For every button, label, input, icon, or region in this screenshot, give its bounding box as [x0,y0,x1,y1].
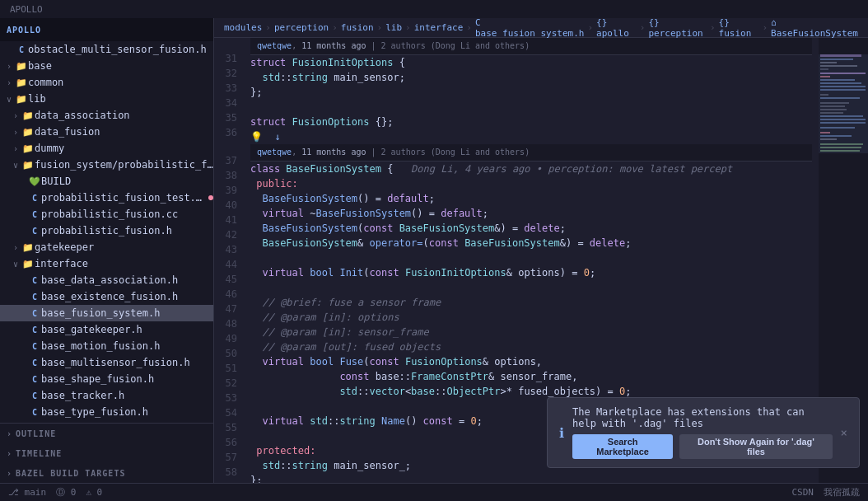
code-line: }; [250,85,812,100]
sidebar-item-obstacle_multi_sensor_fusion[interactable]: Cobstacle_multi_sensor_fusion.h [0,41,213,58]
tree-item-icon: C [28,407,41,418]
sidebar-item-base_type_fusion[interactable]: Cbase_type_fusion.h [0,404,213,420]
breadcrumb-part[interactable]: interface [414,22,464,33]
error-count[interactable]: Ⓓ 0 [56,486,76,499]
close-icon[interactable]: × [841,426,847,439]
modified-dot [208,195,213,200]
breadcrumb-part[interactable]: {} apollo [596,18,637,39]
tree-arrow-icon: ∨ [3,95,15,104]
sidebar-item-probabilistic_fusion_h[interactable]: Cprobabilistic_fusion.h [0,222,213,239]
git-branch[interactable]: ⎇ main [8,487,46,498]
tree-item-label: interface [35,258,213,269]
sidebar-item-data_association[interactable]: ›📁data_association [0,107,213,124]
sidebar-item-fusion_system[interactable]: ∨📁fusion_system/probabilistic_fu... [0,157,213,173]
tree-arrow-icon: › [10,144,21,153]
sidebar-item-base_fusion_system[interactable]: Cbase_fusion_system.h [0,305,213,321]
tree-item-icon: C [28,193,41,204]
tree-item-icon: C [28,391,41,401]
line-number: 36 [221,125,237,140]
tree-item-icon: 📁 [15,61,28,72]
line-number: 58 [221,465,237,480]
breadcrumb-separator: › [710,22,716,33]
sidebar-item-base_existence_fusion[interactable]: Cbase_existence_fusion.h [0,288,213,305]
tree-item-label: base_gatekeeper.h [41,324,213,335]
code-line: public: [250,176,812,191]
status-bar: ⎇ main Ⓓ 0 ⚠ 0 CSDN 我宿孤疏 [0,483,868,501]
sidebar-bottom: › OUTLINE › TIMELINE › BAZEL BUILD TARGE… [0,423,213,483]
breadcrumb-part[interactable]: perception [274,22,329,33]
line-number: 53 [221,391,237,405]
sidebar-item-base_multisensor_fusion[interactable]: Cbase_multisensor_fusion.h [0,354,213,371]
breadcrumb-part[interactable]: {} fusion [719,18,759,39]
tree-item-icon: C [28,308,41,319]
sidebar-item-probabilistic_fusion_test[interactable]: Cprobabilistic_fusion_test.cc [0,190,213,206]
tree-item-label: base_multisensor_fusion.h [41,357,213,368]
breadcrumb-separator: › [265,22,271,33]
tree-item-icon: C [28,341,41,352]
code-line: struct FusionOptions {}; [250,115,812,129]
breadcrumb-part[interactable]: ⌂ BaseFusionSystem [771,18,858,39]
search-marketplace-button[interactable]: Search Marketplace [572,434,673,459]
sidebar-item-base[interactable]: ›📁base [0,58,213,74]
tree-item-icon: 📁 [15,77,28,88]
tree-item-icon: 📁 [21,110,35,121]
code-line: struct FusionInitOptions { [250,55,812,70]
sidebar-item-BUILD[interactable]: 💚BUILD [0,173,213,190]
tree-item-label: dummy [35,143,213,154]
sidebar-section-timeline[interactable]: › TIMELINE [0,443,213,463]
tree-item-icon: C [28,292,41,302]
sidebar-title: APOLLO [7,26,41,35]
tree-item-label: data_fusion [35,126,213,138]
sidebar-section-bazel[interactable]: › BAZEL BUILD TARGETS [0,463,213,483]
tree-item-label: common [28,77,213,88]
code-line: 💡 ↓ [250,129,812,144]
code-line: }; [250,473,812,483]
line-number: 48 [221,316,237,331]
tree-arrow-icon: ∨ [10,260,21,269]
sidebar-item-base_tracker[interactable]: Cbase_tracker.h [0,387,213,404]
breadcrumb: modules › perception › fusion › lib › in… [214,18,868,38]
tree-item-label: base_type_fusion.h [41,406,213,418]
code-line: virtual bool Init(const FusionInitOption… [250,265,812,280]
sidebar-item-gatekeeper[interactable]: ›📁gatekeeper [0,239,213,255]
notification: ℹ The Marketplace has extensions that ca… [547,397,860,468]
sidebar-tree[interactable]: Cobstacle_multi_sensor_fusion.h›📁base›📁c… [0,41,213,423]
sidebar-item-dummy[interactable]: ›📁dummy [0,140,213,157]
tree-item-label: fusion_system/probabilistic_fu... [35,159,213,171]
bazel-label: BAZEL BUILD TARGETS [16,469,125,478]
sidebar-item-interface[interactable]: ∨📁interface [0,255,213,272]
line-number: 42 [221,227,237,242]
tree-item-icon: 📁 [21,259,35,269]
sidebar-item-base_data_association[interactable]: Cbase_data_association.h [0,272,213,288]
tree-item-icon: C [28,358,41,368]
sidebar-item-base_gatekeeper[interactable]: Cbase_gatekeeper.h [0,321,213,338]
editor-area: modules › perception › fusion › lib › in… [214,18,868,483]
tree-item-label: data_association [35,110,213,121]
tree-item-label: probabilistic_fusion_test.cc [41,192,205,204]
tree-item-label: lib [28,93,213,105]
breadcrumb-part[interactable]: fusion [341,22,374,33]
line-number: 49 [221,331,237,346]
warning-count[interactable]: ⚠ 0 [86,487,102,498]
breadcrumb-part[interactable]: lib [385,22,402,33]
sidebar-section-outline[interactable]: › OUTLINE [0,424,213,443]
sidebar-item-common[interactable]: ›📁common [0,74,213,91]
breadcrumb-part[interactable]: {} perception [648,18,707,39]
code-line [250,280,812,295]
breadcrumb-part[interactable]: C base_fusion_system.h [475,18,584,39]
sidebar-item-base_motion_fusion[interactable]: Cbase_motion_fusion.h [0,338,213,354]
tree-arrow-icon: ∨ [10,161,21,170]
code-line: class BaseFusionSystem { Dong Li, 4 year… [250,162,812,176]
tree-item-label: base_tracker.h [41,390,213,401]
sidebar-item-data_fusion[interactable]: ›📁data_fusion [0,124,213,140]
dismiss-button[interactable]: Don't Show Again for '.dag' files [679,434,832,459]
sidebar-item-probabilistic_fusion_cc[interactable]: Cprobabilistic_fusion.cc [0,206,213,222]
breadcrumb-part[interactable]: modules [224,22,262,33]
sidebar-item-base_shape_fusion[interactable]: Cbase_shape_fusion.h [0,371,213,387]
tree-item-label: obstacle_multi_sensor_fusion.h [28,44,213,55]
tree-arrow-icon: › [10,128,21,137]
sidebar-header: APOLLO [0,18,213,41]
code-line: // @param [in]: sensor_frame [250,325,812,339]
sidebar-item-lib[interactable]: ∨📁lib [0,91,213,107]
line-numbers: 313233343536 373839404142434445464748495… [214,38,244,483]
